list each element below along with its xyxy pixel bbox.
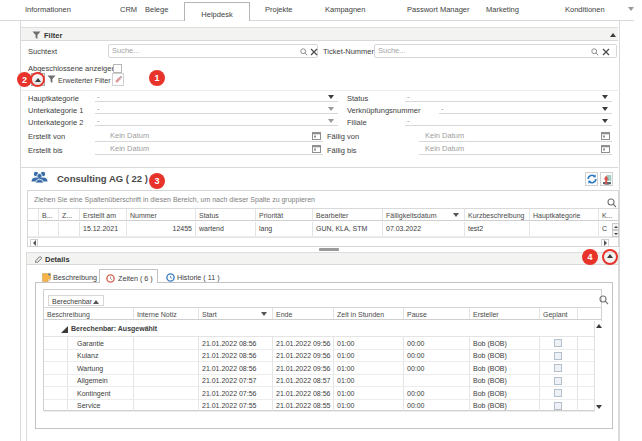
tab-helpdesk[interactable]: Helpdesk (184, 2, 250, 21)
suchtext-input[interactable] (109, 45, 289, 57)
zeit-row[interactable]: Wartung 21.01.2022 08:56 21.01.2022 09:5… (44, 362, 601, 375)
geplant-checkbox[interactable] (554, 364, 562, 372)
faellig-bis-calendar-icon[interactable] (601, 144, 610, 153)
tab-overflow-icon[interactable] (628, 7, 634, 11)
group-row[interactable]: Berechenbar: Ausgewählt (44, 321, 601, 337)
zcell-indent (44, 350, 68, 362)
unterkategorie2-dropdown-icon[interactable] (328, 119, 334, 123)
zeiten-grid-search-icon[interactable] (599, 295, 609, 305)
suchtext-clear-icon[interactable] (310, 48, 318, 56)
unterkategorie1-dropdown-icon[interactable] (328, 107, 334, 111)
status-dropdown[interactable]: - (405, 90, 612, 102)
geplant-checkbox[interactable] (554, 402, 562, 410)
refresh-button[interactable] (585, 172, 598, 186)
suchtext-input-box[interactable] (108, 44, 318, 58)
geplant-checkbox[interactable] (554, 389, 562, 397)
col-faelligkeitsdatum[interactable]: Fälligkeitsdatum (383, 209, 465, 220)
splitter-grip[interactable] (319, 248, 339, 251)
col-erstellt-am[interactable]: Erstellt am (80, 209, 127, 220)
zcol-pause[interactable]: Pause (404, 308, 470, 319)
ticket-grid-search-icon[interactable] (607, 198, 617, 208)
col-z[interactable]: Z... (59, 209, 80, 220)
suchtext-search-icon[interactable] (300, 48, 308, 56)
zeit-row[interactable]: Kulanz 21.01.2022 08:56 21.01.2022 09:56… (44, 350, 601, 363)
tab-kampagnen[interactable]: Kampagnen (325, 5, 365, 14)
erstellt-von-field[interactable]: Kein Datum (95, 129, 323, 142)
tab-informationen[interactable]: Informationen (25, 5, 71, 14)
col-prioritaet[interactable]: Priorität (256, 209, 313, 220)
zcell-geplant (540, 375, 578, 387)
zcol-geplant[interactable]: Geplant (540, 308, 578, 319)
abgeschlossen-checkbox[interactable] (113, 64, 122, 73)
tab-belege[interactable]: Belege (145, 5, 168, 14)
unterkategorie2-dropdown[interactable]: - (95, 114, 338, 126)
export-button[interactable] (600, 172, 613, 186)
tab-konditionen[interactable]: Konditionen (565, 5, 605, 14)
hscroll-right-button[interactable] (601, 239, 609, 247)
zeiten-grid-header[interactable]: Beschreibung Interne Notiz Start Ende Ze… (44, 307, 601, 320)
faellig-von-field[interactable]: Kein Datum (419, 129, 612, 142)
erstellt-von-calendar-icon[interactable] (312, 131, 321, 140)
hauptkategorie-dropdown-icon[interactable] (328, 95, 334, 99)
verknuepfungsnummer-dropdown[interactable]: - (439, 102, 612, 114)
group-chip[interactable]: Berechenbar (48, 295, 104, 306)
erweitert-edit-button[interactable] (112, 73, 124, 86)
filiale-dropdown[interactable]: - (405, 114, 612, 126)
zeit-row[interactable]: Allgemein 21.01.2022 07:57 21.01.2022 08… (44, 375, 601, 388)
zeit-row[interactable]: Kontingent 21.01.2022 07:56 21.01.2022 0… (44, 387, 601, 400)
col-hauptkategorie[interactable]: Hauptkategorie (530, 209, 599, 220)
col-nummer[interactable]: Nummer (127, 209, 196, 220)
filter-collapse-icon[interactable] (610, 33, 616, 37)
tab-projekte[interactable]: Projekte (265, 5, 293, 14)
ticket-row[interactable]: 15.12.2021 12455 wartend lang GUN, KLA, … (28, 222, 618, 237)
tab-marketing[interactable]: Marketing (486, 5, 519, 14)
zcol-zeit[interactable]: Zeit in Stunden (334, 308, 404, 319)
geplant-checkbox[interactable] (554, 377, 562, 385)
filiale-dropdown-icon[interactable] (602, 119, 608, 123)
ticket-cell-status: wartend (196, 222, 256, 236)
ticket-input-box[interactable] (374, 44, 617, 58)
cell-spin-down-button[interactable] (612, 230, 619, 237)
col-status[interactable]: Status (196, 209, 256, 220)
vscrollbar[interactable] (594, 321, 603, 412)
zcol-ende[interactable]: Ende (273, 308, 334, 319)
zcol-ersteller[interactable]: Ersteller (470, 308, 540, 319)
erstellt-bis-field[interactable]: Kein Datum (95, 142, 323, 155)
geplant-checkbox[interactable] (554, 339, 562, 347)
erweitert-label: Erweiterter Filter (58, 76, 111, 85)
zcol-interne-notiz[interactable]: Interne Notiz (134, 308, 199, 319)
cell-spin-up-button[interactable] (612, 223, 619, 230)
zcol-beschreibung[interactable]: Beschreibung (44, 308, 134, 319)
erstellt-bis-calendar-icon[interactable] (312, 144, 321, 153)
ticket-search-icon[interactable] (591, 48, 599, 56)
tab-crm[interactable]: CRM (120, 5, 137, 14)
ticket-cell-erstellt-am: 15.12.2021 (80, 222, 127, 236)
ticket-input[interactable] (375, 45, 585, 57)
faellig-bis-field[interactable]: Kein Datum (419, 142, 612, 155)
verknuepfungsnummer-dropdown-icon[interactable] (602, 107, 608, 111)
status-dropdown-icon[interactable] (602, 95, 608, 99)
faellig-von-calendar-icon[interactable] (601, 131, 610, 140)
vscroll-down-icon[interactable] (596, 405, 602, 409)
ticket-clear-icon[interactable] (602, 48, 610, 56)
ticket-nummer-label: Ticket-Nummer (323, 47, 374, 56)
hscrollbar[interactable] (28, 237, 618, 247)
vscroll-up-icon[interactable] (596, 324, 602, 328)
zcol-start[interactable]: Start (199, 308, 273, 319)
geplant-checkbox[interactable] (554, 352, 562, 360)
erstellt-bis-value: Kein Datum (95, 144, 149, 153)
group-expand-icon[interactable] (61, 326, 68, 333)
hscroll-left-button[interactable] (30, 239, 38, 247)
ticket-grid-header[interactable]: B... Z... Erstellt am Nummer Status Prio… (28, 208, 618, 221)
col-kurzbeschreibung[interactable]: Kurzbeschreibung (465, 209, 530, 220)
col-b[interactable]: B... (39, 209, 59, 220)
details-tab-zeiten[interactable]: Zeiten ( 6 ) (99, 269, 158, 283)
zeit-row[interactable]: Garantie 21.01.2022 08:56 21.01.2022 09:… (44, 337, 601, 350)
unterkategorie1-dropdown[interactable]: - (95, 102, 338, 114)
col-k[interactable]: K... (599, 209, 618, 220)
tab-passwort-manager[interactable]: Passwort Manager (407, 5, 470, 14)
zcell-zeit: 01:00 (334, 350, 404, 362)
hauptkategorie-dropdown[interactable]: - (95, 90, 338, 102)
zeit-row[interactable]: Service 21.01.2022 07:55 21.01.2022 08:5… (44, 400, 601, 413)
col-bearbeiter[interactable]: Bearbeiter (313, 209, 383, 220)
